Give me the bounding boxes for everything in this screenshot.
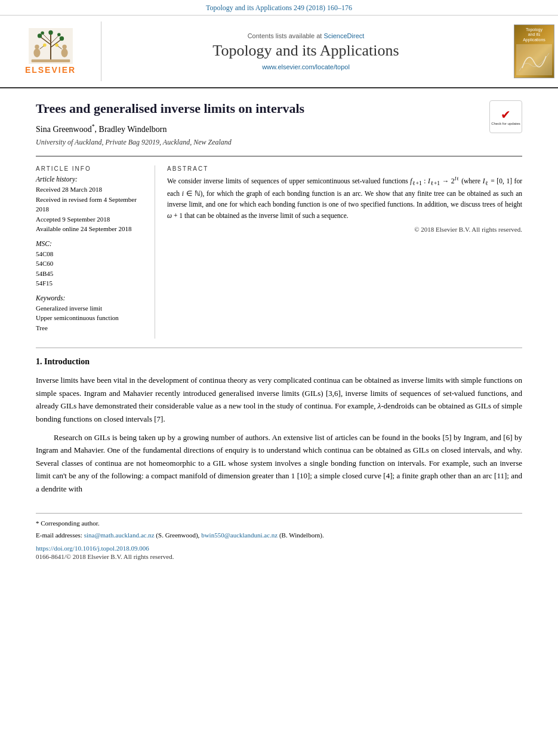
svg-point-16: [62, 45, 66, 49]
msc-code-2: 54C60: [36, 259, 146, 269]
msc-code-3: 54B45: [36, 269, 146, 279]
article-info-section-label: ARTICLE INFO: [36, 165, 146, 172]
doi-link[interactable]: https://doi.org/10.1016/j.topol.2018.09.…: [36, 545, 149, 552]
intro-paragraph-1: Inverse limits have been vital in the de…: [36, 374, 522, 425]
msc-label: MSC:: [36, 240, 146, 247]
svg-point-8: [41, 32, 44, 35]
keyword-1: Generalized inverse limit: [36, 303, 146, 314]
svg-point-7: [59, 36, 63, 41]
email2-link[interactable]: bwin550@aucklanduni.ac.nz: [201, 531, 278, 539]
keyword-3: Tree: [36, 323, 146, 333]
svg-rect-20: [516, 44, 552, 75]
journal-title-box: Contents lists available at ScienceDirec…: [101, 21, 510, 81]
email-addresses-line: E-mail addresses: sina@math.auckland.ac.…: [36, 530, 522, 540]
keywords-subsection: Keywords: Generalized inverse limit Uppe…: [36, 294, 146, 333]
affiliation-text: University of Auckland, Private Bag 9201…: [36, 138, 522, 147]
authors-text: Sina Greenwood*, Bradley Windelborn: [36, 125, 167, 134]
accepted-date: Accepted 9 September 2018: [36, 214, 146, 225]
intro-paragraph-2: Research on GILs is being taken up by a …: [36, 431, 522, 495]
contents-line: Contents lists available at ScienceDirec…: [248, 32, 365, 39]
article-info-column: ARTICLE INFO Article history: Received 2…: [36, 165, 155, 339]
svg-point-15: [61, 48, 67, 57]
svg-point-10: [48, 30, 53, 35]
sciencedirect-link[interactable]: ScienceDirect: [323, 32, 364, 39]
article-content: ✔ Check for updates Trees and generalise…: [0, 88, 558, 578]
journal-url: www.elsevier.com/locate/topol: [262, 63, 350, 70]
svg-point-12: [35, 45, 39, 49]
keywords-label: Keywords:: [36, 294, 146, 302]
introduction-section: 1. Introduction Inverse limits have been…: [36, 357, 522, 495]
journal-cover-title: Topologyand itsApplications: [523, 27, 545, 42]
footnote-section: * Corresponding author. E-mail addresses…: [36, 513, 522, 560]
elsevier-brand-text: ELSEVIER: [25, 65, 76, 75]
abstract-text: We consider inverse limits of sequences …: [167, 176, 522, 221]
doi-line[interactable]: https://doi.org/10.1016/j.topol.2018.09.…: [36, 545, 522, 552]
available-online-date: Available online 24 September 2018: [36, 224, 146, 234]
svg-point-14: [43, 44, 47, 47]
journal-ref-text: Topology and its Applications 249 (2018)…: [206, 4, 352, 12]
msc-subsection: MSC: 54C08 54C60 54B45 54F15: [36, 240, 146, 288]
article-title: Trees and generalised inverse limits on …: [36, 100, 522, 118]
article-info-abstract-layout: ARTICLE INFO Article history: Received 2…: [36, 165, 522, 339]
svg-point-18: [55, 44, 58, 47]
check-updates-badge[interactable]: ✔ Check for updates: [489, 100, 522, 133]
msc-code-4: 54F15: [36, 278, 146, 288]
corresponding-author-note: * Corresponding author.: [36, 518, 522, 528]
journal-cover-art: [516, 44, 552, 75]
copyright-text: © 2018 Elsevier B.V. All rights reserved…: [167, 226, 522, 233]
article-history-label: Article history:: [36, 176, 146, 183]
svg-point-11: [33, 48, 40, 57]
check-updates-label: Check for updates: [491, 122, 520, 126]
article-history-subsection: Article history: Received 28 March 2018 …: [36, 176, 146, 234]
msc-code-1: 54C08: [36, 249, 146, 259]
journal-main-title: Topology and its Applications: [212, 42, 399, 60]
authors-line: Sina Greenwood*, Bradley Windelborn: [36, 124, 522, 135]
abstract-column: ABSTRACT We consider inverse limits of s…: [167, 165, 522, 339]
email1-link[interactable]: sina@math.auckland.ac.nz: [84, 531, 155, 539]
elsevier-tree-icon: [27, 28, 75, 64]
journal-header-top: Topology and its Applications 249 (2018)…: [0, 0, 558, 16]
journal-cover-image: Topologyand itsApplications: [514, 24, 554, 78]
issn-line: 0166-8641/© 2018 Elsevier B.V. All right…: [36, 553, 522, 560]
check-icon: ✔: [501, 107, 511, 122]
received-date: Received 28 March 2018: [36, 185, 146, 195]
corresponding-author-text: * Corresponding author.: [36, 520, 100, 527]
email1-name: (S. Greenwood),: [156, 531, 199, 539]
abstract-section-label: ABSTRACT: [167, 165, 522, 172]
journal-cover-box: Topologyand itsApplications: [510, 21, 558, 81]
email-label: E-mail addresses:: [36, 531, 82, 539]
received-revised-date: Received in revised form 4 September 201…: [36, 195, 146, 214]
svg-point-9: [57, 33, 61, 36]
journal-banner: ELSEVIER Contents lists available at Sci…: [0, 16, 558, 88]
section-divider-1: [36, 348, 522, 348]
email2-name: (B. Windelborn).: [279, 531, 324, 539]
keyword-2: Upper semicontinuous function: [36, 313, 146, 323]
elsevier-logo: ELSEVIER: [25, 28, 76, 75]
svg-point-6: [37, 33, 41, 38]
intro-section-title: 1. Introduction: [36, 357, 522, 367]
svg-rect-19: [31, 60, 70, 63]
elsevier-logo-box: ELSEVIER: [0, 21, 101, 81]
article-divider: [36, 156, 522, 156]
